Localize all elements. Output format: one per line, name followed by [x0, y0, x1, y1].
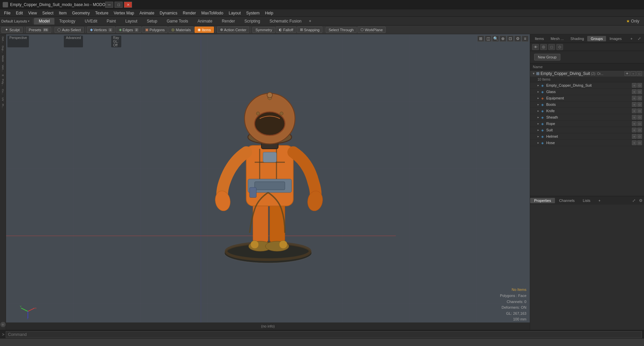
item-vis-btn-6a[interactable]: ○: [632, 121, 637, 126]
menu-animate[interactable]: Animate: [137, 10, 157, 16]
command-input[interactable]: [6, 331, 642, 338]
menu-geometry[interactable]: Geometry: [70, 10, 93, 16]
right-tab-items[interactable]: Items: [531, 36, 547, 41]
item-vis-btn-0b[interactable]: □: [637, 83, 642, 88]
sidebar-bottom-btn[interactable]: ○: [0, 322, 6, 327]
tab-game-tools[interactable]: Game Tools: [162, 18, 193, 25]
item-vis-btn-1a[interactable]: ○: [632, 89, 637, 94]
menu-view[interactable]: View: [26, 10, 40, 16]
sidebar-item-e[interactable]: E: [1, 74, 5, 77]
right-tab-mesh[interactable]: Mesh ...: [547, 36, 567, 41]
tab-layout[interactable]: Layout: [121, 18, 142, 25]
list-item-8[interactable]: ▸ ◈ Helmet ○ □: [530, 133, 644, 140]
sidebar-item-def[interactable]: Def...: [1, 36, 5, 44]
item-vis-btn-2b[interactable]: □: [637, 96, 642, 100]
close-button[interactable]: ✕: [124, 2, 132, 8]
tab-setup[interactable]: Setup: [142, 18, 162, 25]
menu-dynamics[interactable]: Dynamics: [157, 10, 180, 16]
menu-vertex-map[interactable]: Vertex Map: [111, 10, 137, 16]
menu-select[interactable]: Select: [40, 10, 56, 16]
list-item-6[interactable]: ▸ ◈ Rope ○ □: [530, 121, 644, 127]
item-vis-btn-9a[interactable]: ○: [632, 140, 637, 145]
list-item-5[interactable]: ▸ ◈ Sheath ○ □: [530, 114, 644, 121]
ray-gl-button[interactable]: Ray GL: Off: [111, 36, 121, 47]
tab-render[interactable]: Render: [217, 18, 240, 25]
item-vis-btn-5b[interactable]: □: [637, 115, 642, 120]
snapping-button[interactable]: ⊞ Snapping: [297, 27, 323, 33]
viewport-icon-2[interactable]: ◫: [485, 36, 491, 42]
tab-animate[interactable]: Animate: [193, 18, 217, 25]
list-item-4[interactable]: ▸ ◈ Knife ○ □: [530, 108, 644, 114]
maximize-button[interactable]: □: [115, 2, 123, 8]
sidebar-item-vert[interactable]: Vert...: [1, 64, 5, 73]
menu-maxtoModo[interactable]: MaxToModo: [199, 10, 226, 16]
extra-icon-btn[interactable]: ◇: [556, 44, 563, 50]
group-vis-btn-1[interactable]: 👁: [625, 71, 630, 76]
item-vis-btn-3a[interactable]: ○: [632, 102, 637, 107]
add-tab-button[interactable]: +: [306, 18, 314, 25]
item-vis-btn-7a[interactable]: ○: [632, 128, 637, 132]
auto-select-button[interactable]: Auto Select: [54, 27, 84, 33]
sidebar-item-cu[interactable]: Cu...: [1, 88, 5, 96]
tab-lists[interactable]: Lists: [579, 198, 595, 203]
menu-help[interactable]: Help: [262, 10, 276, 16]
falloff-button[interactable]: ◐ Falloff: [276, 27, 296, 33]
minimize-button[interactable]: ─: [105, 2, 113, 8]
sidebar-item-mesh[interactable]: Mesh: [1, 54, 5, 63]
item-vis-btn-6b[interactable]: □: [637, 121, 642, 126]
viewport-zoom[interactable]: ⊕: [500, 36, 506, 42]
viewport-search[interactable]: 🔍: [492, 36, 499, 42]
bottom-panel-settings[interactable]: ⚙: [637, 197, 644, 204]
menu-layout[interactable]: Layout: [226, 10, 244, 16]
item-vis-btn-2a[interactable]: ○: [632, 96, 637, 100]
list-item-7[interactable]: ▸ ◈ Suit ○ □: [530, 127, 644, 133]
list-item-1[interactable]: ▸ ◈ Glass ○ □: [530, 89, 644, 95]
right-panel-expand[interactable]: ⤢: [636, 35, 643, 42]
menu-edit[interactable]: Edit: [13, 10, 26, 16]
list-item-0[interactable]: ▸ ◈ Empty_Copper_Diving_Suit ○ □: [530, 82, 644, 89]
list-item-9[interactable]: ▸ ◈ Hose ○ □: [530, 140, 644, 146]
symmetry-button[interactable]: Symmetry: [252, 27, 275, 33]
group-row-main[interactable]: ▼ ⊞ Empty_Copper_Diving_Suit (2) : Or...…: [530, 71, 644, 77]
materials-button[interactable]: ◎ Materials: [168, 27, 194, 33]
viewport-icon-1[interactable]: ⊞: [477, 36, 484, 42]
menu-system[interactable]: System: [244, 10, 262, 16]
tab-add-bottom[interactable]: +: [594, 198, 604, 203]
new-group-button[interactable]: New Group: [534, 54, 560, 60]
sidebar-item-pi[interactable]: Pi...: [1, 103, 5, 110]
item-vis-btn-0a[interactable]: ○: [632, 83, 637, 88]
vertices-button[interactable]: ◆ Vertices 1: [87, 27, 115, 33]
item-vis-btn-7b[interactable]: □: [637, 128, 642, 132]
item-vis-btn-4a[interactable]: ○: [632, 109, 637, 113]
menu-texture[interactable]: Texture: [92, 10, 111, 16]
list-item-2[interactable]: ▸ ◈ Equipment ○ □: [530, 95, 644, 101]
sidebar-item-uv[interactable]: UV: [1, 96, 5, 102]
perspective-button[interactable]: Perspective: [7, 36, 29, 47]
right-tab-images[interactable]: Images: [606, 36, 625, 41]
tab-topology[interactable]: Topology: [54, 18, 80, 25]
edges-button[interactable]: ◈ Edges 2: [116, 27, 141, 33]
eye-icon-btn[interactable]: 👁: [532, 44, 539, 50]
advanced-button[interactable]: Advanced: [64, 36, 83, 47]
sidebar-item-poly[interactable]: Poly...: [1, 78, 5, 87]
menu-render[interactable]: Render: [180, 10, 199, 16]
only-label[interactable]: ★ Only: [623, 18, 643, 25]
tab-model[interactable]: Model: [34, 18, 54, 25]
tab-scripting[interactable]: Scripting: [240, 18, 265, 25]
item-vis-btn-9b[interactable]: □: [637, 140, 642, 145]
tab-channels[interactable]: Channels: [555, 198, 578, 203]
render-icon-btn[interactable]: ◎: [540, 44, 547, 50]
item-vis-btn-3b[interactable]: □: [637, 102, 642, 107]
viewport-icon-4[interactable]: ⊡: [507, 36, 514, 42]
viewport[interactable]: Perspective Advanced Ray GL: Off ⊞ ◫ 🔍 ⊕…: [6, 34, 530, 330]
tab-properties[interactable]: Properties: [530, 198, 555, 203]
tab-paint[interactable]: Paint: [102, 18, 121, 25]
item-vis-btn-5a[interactable]: ○: [632, 115, 637, 120]
item-vis-btn-4b[interactable]: □: [637, 109, 642, 113]
default-layouts-dropdown[interactable]: Default Layouts ▾: [1, 19, 30, 23]
group-vis-btn-2[interactable]: ○: [631, 71, 636, 76]
viewport-settings[interactable]: ⚙: [514, 36, 521, 42]
item-vis-btn-8b[interactable]: □: [637, 134, 642, 139]
polygons-button[interactable]: ▣ Polygons: [142, 27, 168, 33]
list-item-3[interactable]: ▸ ◈ Boots ○ □: [530, 101, 644, 108]
